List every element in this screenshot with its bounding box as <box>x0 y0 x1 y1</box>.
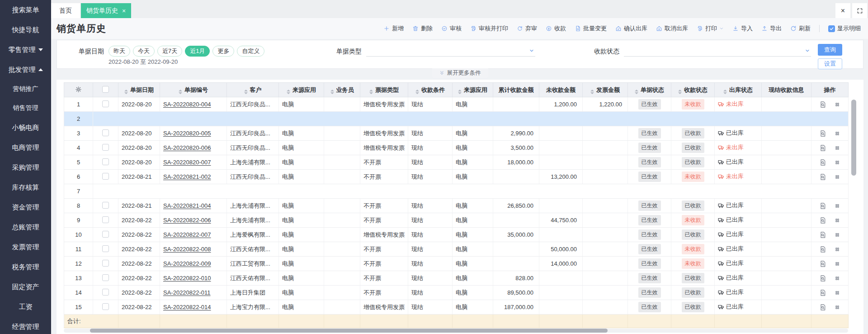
select-all-checkbox[interactable] <box>102 86 109 93</box>
preview-button[interactable] <box>819 159 826 166</box>
sidebar-item-固定资产[interactable]: 固定资产 <box>0 277 51 297</box>
preview-button[interactable] <box>819 246 826 253</box>
table-row[interactable]: 32022-08-20SA-20220820-005江西无印良品...电脑增值税… <box>64 126 849 141</box>
table-row[interactable]: 112022-08-22SA-20220822-008江西天佑有限...电脑不开… <box>64 242 849 257</box>
toolbar-button-plus[interactable]: 新增 <box>383 24 404 33</box>
preview-button[interactable] <box>819 101 826 108</box>
doc-code-link[interactable]: SA-20220820-006 <box>163 144 211 151</box>
sort-icon[interactable] <box>244 90 248 94</box>
sort-icon[interactable] <box>458 90 462 94</box>
payment-status-select[interactable] <box>624 46 811 57</box>
preview-button[interactable] <box>819 144 826 152</box>
sort-icon[interactable] <box>330 90 334 94</box>
preview-button[interactable] <box>819 289 826 296</box>
date-option-今天[interactable]: 今天 <box>133 46 155 57</box>
sort-icon[interactable] <box>635 90 638 94</box>
preview-button[interactable] <box>819 275 826 282</box>
sort-icon[interactable] <box>369 90 373 94</box>
doc-code-link[interactable]: SA-20220822-007 <box>163 231 211 238</box>
more-actions-button[interactable] <box>834 130 841 137</box>
more-actions-button[interactable] <box>834 246 841 253</box>
more-actions-button[interactable] <box>834 144 841 152</box>
sidebar-item-批发管理[interactable]: 批发管理 <box>0 60 51 80</box>
toolbar-button-print[interactable]: 打印 <box>697 24 724 33</box>
toolbar-button-confirm-out[interactable]: 确认出库 <box>615 24 647 33</box>
sidebar-item-资金管理[interactable]: 资金管理 <box>0 197 51 217</box>
sidebar-item-总账管理[interactable]: 总账管理 <box>0 217 51 237</box>
preview-button[interactable] <box>819 130 826 137</box>
doc-code-link[interactable]: SA-20220820-005 <box>163 130 211 137</box>
doc-type-select[interactable] <box>366 46 535 57</box>
toolbar-button-abandon[interactable]: 弃审 <box>517 24 537 33</box>
more-actions-button[interactable] <box>834 159 841 166</box>
fullscreen-button[interactable] <box>852 3 867 18</box>
row-checkbox[interactable] <box>102 129 109 136</box>
doc-code-link[interactable]: SA-20220820-007 <box>163 159 211 166</box>
sort-icon[interactable] <box>415 90 419 94</box>
sort-icon[interactable] <box>287 90 290 94</box>
date-option-近1月[interactable]: 近1月 <box>185 46 210 57</box>
more-actions-button[interactable] <box>834 173 841 181</box>
more-actions-button[interactable] <box>834 231 841 239</box>
row-checkbox[interactable] <box>102 231 109 238</box>
table-row[interactable]: 132022-08-22SA-20220822-010江西天佑有限...电脑不开… <box>64 271 849 286</box>
select-all-header[interactable] <box>93 83 118 97</box>
expand-more-conditions[interactable]: 展开更多条件 <box>432 68 488 78</box>
date-option-更多[interactable]: 更多 <box>212 46 234 57</box>
doc-code-link[interactable]: SA-20220822-014 <box>163 304 211 310</box>
sidebar-item-搜索菜单[interactable]: 搜索菜单 <box>0 0 51 20</box>
sidebar-item-发票管理[interactable]: 发票管理 <box>0 237 51 257</box>
more-actions-button[interactable] <box>834 101 841 108</box>
vertical-scrollbar-thumb[interactable] <box>851 100 856 176</box>
query-button[interactable]: 查询 <box>818 44 842 56</box>
tab-sales-history[interactable]: 销货单历史 × <box>81 3 131 18</box>
sidebar-item-小畅电商[interactable]: 小畅电商 <box>0 118 51 138</box>
table-row[interactable]: 7 <box>64 184 849 199</box>
doc-code-link[interactable]: SA-20220822-006 <box>163 217 211 224</box>
sidebar-item-库存核算[interactable]: 库存核算 <box>0 177 51 197</box>
show-detail-checkbox[interactable] <box>828 25 835 32</box>
sidebar-item-采购管理[interactable]: 采购管理 <box>0 157 51 177</box>
row-checkbox[interactable] <box>102 303 109 310</box>
row-checkbox[interactable] <box>102 260 109 267</box>
row-checkbox[interactable] <box>102 289 109 296</box>
row-checkbox[interactable] <box>102 274 109 281</box>
sort-icon[interactable] <box>723 90 727 94</box>
table-row[interactable]: 152022-08-22SA-20220822-014上海宝力有限...电脑增值… <box>64 300 849 315</box>
more-actions-button[interactable] <box>834 202 841 210</box>
sidebar-item-电商管理[interactable]: 电商管理 <box>0 138 51 157</box>
toolbar-button-refresh[interactable]: 刷新 <box>790 24 811 33</box>
table-row[interactable]: 62022-08-21SA-20220821-002江西无印良品...电脑不开票… <box>64 170 849 184</box>
sidebar-item-经营管理[interactable]: 经营管理 <box>0 317 51 334</box>
preview-button[interactable] <box>819 304 826 311</box>
preview-button[interactable] <box>819 260 826 267</box>
toolbar-button-export[interactable]: 导出 <box>761 24 782 33</box>
preview-button[interactable] <box>819 202 826 210</box>
sidebar-item-销售管理[interactable]: 销售管理 <box>0 99 51 118</box>
doc-code-link[interactable]: SA-20220822-011 <box>163 289 211 296</box>
more-actions-button[interactable] <box>834 289 841 296</box>
doc-code-link[interactable]: SA-20220822-008 <box>163 246 211 253</box>
doc-code-link[interactable]: SA-20220820-004 <box>163 101 211 108</box>
toolbar-button-trash[interactable]: 删除 <box>412 24 433 33</box>
toolbar-button-cancel-out[interactable]: 取消出库 <box>656 24 688 33</box>
horizontal-scrollbar[interactable] <box>64 329 848 333</box>
preview-button[interactable] <box>819 173 826 181</box>
row-checkbox[interactable] <box>102 202 109 209</box>
row-checkbox[interactable] <box>102 100 109 107</box>
more-actions-button[interactable] <box>834 275 841 282</box>
toolbar-button-collect[interactable]: 收款 <box>546 24 566 33</box>
more-actions-button[interactable] <box>834 217 841 224</box>
show-detail-toggle[interactable]: 显示明细 <box>828 24 861 33</box>
doc-code-link[interactable]: SA-20220822-009 <box>163 260 211 267</box>
preview-button[interactable] <box>819 231 826 239</box>
table-row[interactable]: 92022-08-22SA-20220822-006上海先浦有限...电脑不开票… <box>64 213 849 228</box>
close-button[interactable]: × <box>835 3 850 18</box>
preview-button[interactable] <box>819 217 826 224</box>
row-checkbox[interactable] <box>102 173 109 180</box>
sort-icon[interactable] <box>179 90 182 94</box>
date-option-近7天[interactable]: 近7天 <box>157 46 182 57</box>
sidebar-item-工资[interactable]: 工资 <box>0 297 51 317</box>
doc-code-link[interactable]: SA-20220822-010 <box>163 275 211 282</box>
date-option-自定义[interactable]: 自定义 <box>237 46 264 57</box>
